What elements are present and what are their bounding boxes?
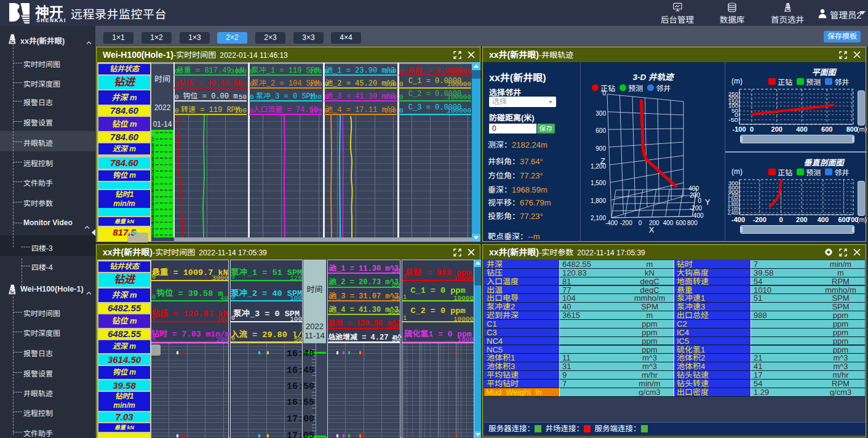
- svg-text:200: 200: [771, 125, 782, 133]
- svg-text:-400: -400: [691, 212, 703, 219]
- svg-text:X: X: [649, 225, 655, 234]
- svg-text:200: 200: [796, 216, 807, 223]
- svg-text:0: 0: [698, 197, 701, 204]
- svg-text:-200: -200: [690, 205, 702, 212]
- svg-text:2,100: 2,100: [591, 215, 606, 221]
- svg-text:1,800: 1,800: [591, 197, 606, 204]
- svg-text:900: 900: [595, 145, 606, 152]
- svg-text:0: 0: [602, 90, 606, 97]
- svg-text:-400: -400: [605, 220, 618, 226]
- svg-text:-100: -100: [732, 125, 746, 133]
- svg-text:400: 400: [796, 125, 807, 133]
- svg-text:0: 0: [779, 216, 782, 223]
- svg-text:-200: -200: [620, 220, 632, 226]
- svg-text:400: 400: [663, 220, 674, 226]
- svg-text:0: 0: [750, 125, 754, 133]
- svg-text:300: 300: [595, 110, 606, 117]
- svg-text:600: 600: [821, 125, 832, 133]
- svg-text:400: 400: [818, 216, 829, 223]
- svg-text:(m): (m): [857, 216, 867, 223]
- svg-text:-400: -400: [731, 216, 745, 223]
- svg-text:Z: Z: [600, 156, 605, 165]
- svg-text:600: 600: [675, 220, 686, 226]
- svg-text:0: 0: [639, 220, 642, 226]
- svg-text:400: 400: [688, 185, 699, 192]
- svg-text:800: 800: [687, 220, 698, 226]
- svg-text:1,500: 1,500: [591, 180, 606, 186]
- svg-text:600: 600: [595, 127, 606, 134]
- svg-text:800: 800: [846, 125, 858, 133]
- svg-text:Y: Y: [705, 197, 711, 207]
- svg-text:-200: -200: [753, 216, 766, 223]
- svg-text:2,400: 2,400: [728, 209, 738, 216]
- svg-text:(m): (m): [857, 125, 867, 133]
- svg-text:-50: -50: [728, 116, 738, 123]
